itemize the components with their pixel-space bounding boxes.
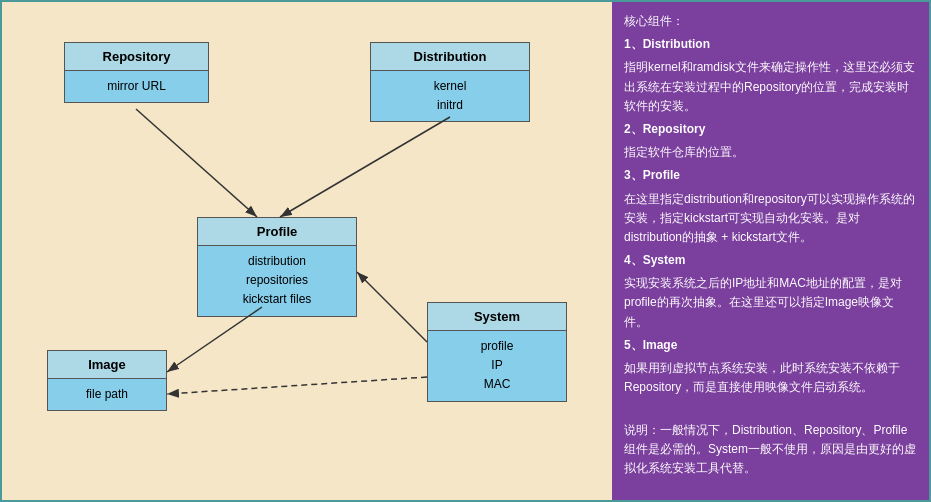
svg-line-2: [280, 117, 450, 217]
profile-body: distribution repositories kickstart file…: [198, 246, 356, 316]
repository-body: mirror URL: [65, 71, 208, 102]
info-panel: 核心组件： 1、Distribution 指明kernel和ramdisk文件来…: [612, 2, 929, 500]
section-2: 2、Repository: [624, 120, 917, 139]
section-4: 4、System: [624, 251, 917, 270]
info-title: 核心组件：: [624, 12, 917, 31]
system-box: System profile IP MAC: [427, 302, 567, 402]
main-container: Repository mirror URL Distribution kerne…: [0, 0, 931, 502]
svg-line-4: [167, 307, 262, 372]
section-1: 1、Distribution: [624, 35, 917, 54]
section-5: 5、Image: [624, 336, 917, 355]
system-header: System: [428, 303, 566, 331]
profile-header: Profile: [198, 218, 356, 246]
section-5-desc: 如果用到虚拟节点系统安装，此时系统安装不依赖于Repository，而是直接使用…: [624, 359, 917, 397]
note1: 说明：一般情况下，Distribution、Repository、Profile…: [624, 421, 917, 479]
image-box: Image file path: [47, 350, 167, 411]
svg-line-6: [167, 377, 427, 394]
image-body: file path: [48, 379, 166, 410]
section-1-desc: 指明kernel和ramdisk文件来确定操作性，这里还必须支出系统在安装过程中…: [624, 58, 917, 116]
section-3-desc: 在这里指定distribution和repository可以实现操作系统的安装，…: [624, 190, 917, 248]
distribution-body: kernel initrd: [371, 71, 529, 121]
image-header: Image: [48, 351, 166, 379]
section-3: 3、Profile: [624, 166, 917, 185]
svg-line-3: [136, 109, 257, 217]
svg-line-5: [357, 272, 427, 342]
profile-box: Profile distribution repositories kickst…: [197, 217, 357, 317]
repository-box: Repository mirror URL: [64, 42, 209, 103]
section-2-desc: 指定软件仓库的位置。: [624, 143, 917, 162]
repository-header: Repository: [65, 43, 208, 71]
distribution-box: Distribution kernel initrd: [370, 42, 530, 122]
diagram-area: Repository mirror URL Distribution kerne…: [2, 2, 612, 500]
system-body: profile IP MAC: [428, 331, 566, 401]
distribution-header: Distribution: [371, 43, 529, 71]
section-4-desc: 实现安装系统之后的IP地址和MAC地址的配置，是对profile的再次抽象。在这…: [624, 274, 917, 332]
